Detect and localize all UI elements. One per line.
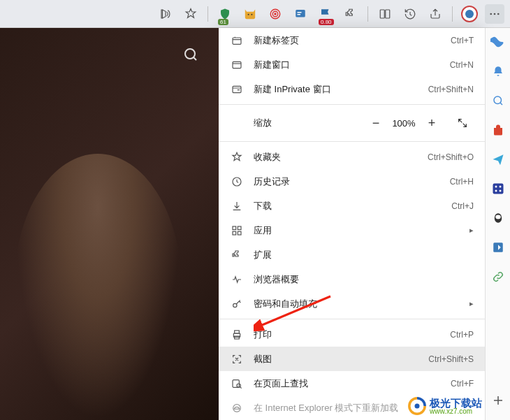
shield-badge: 61 <box>218 19 228 25</box>
menu-shortcut: Ctrl+J <box>451 201 474 211</box>
link-icon[interactable] <box>490 268 507 285</box>
profile-avatar[interactable] <box>460 4 479 24</box>
svg-point-1 <box>251 13 252 15</box>
menu-find[interactable]: 在页面上查找 Ctrl+F <box>219 371 485 396</box>
svg-point-0 <box>248 13 249 15</box>
copilot-icon[interactable] <box>490 34 507 50</box>
menu-apps[interactable]: 应用 ▸ <box>219 218 485 242</box>
menu-passwords[interactable]: 密码和自动填充 ▸ <box>219 291 485 316</box>
baidu-icon[interactable] <box>490 180 507 197</box>
menu-label: 密码和自动填充 <box>254 298 465 310</box>
zoom-value: 100% <box>390 118 418 129</box>
menu-new-inprivate[interactable]: 新建 InPrivate 窗口 Ctrl+Shift+N <box>219 77 485 101</box>
split-screen-icon[interactable] <box>375 4 395 24</box>
settings-menu: 新建标签页 Ctrl+T 新建窗口 Ctrl+N 新建 InPrivate 窗口… <box>219 28 485 420</box>
svg-point-33 <box>499 186 501 188</box>
menu-print[interactable]: 打印 Ctrl+P <box>219 322 485 347</box>
menu-label: 扩展 <box>254 249 474 261</box>
qq-icon[interactable] <box>490 210 507 226</box>
svg-rect-24 <box>235 331 240 333</box>
read-aloud-icon[interactable] <box>156 4 175 24</box>
svg-point-12 <box>497 13 500 15</box>
download-icon <box>230 199 244 213</box>
svg-point-35 <box>499 190 501 192</box>
menu-label: 新建标签页 <box>254 34 451 47</box>
menu-shortcut: Ctrl+Shift+O <box>428 152 474 162</box>
extension-flag-icon[interactable]: 0.80 <box>316 4 335 24</box>
sidebar-search-icon[interactable] <box>490 92 507 109</box>
svg-rect-14 <box>233 38 241 44</box>
menu-new-tab[interactable]: 新建标签页 Ctrl+T <box>219 28 485 52</box>
browser-toolbar: 61 0.80 <box>0 0 510 28</box>
fullscreen-button[interactable] <box>451 112 474 134</box>
menu-history[interactable]: 历史记录 Ctrl+H <box>219 169 485 194</box>
svg-point-4 <box>275 13 276 14</box>
svg-point-10 <box>490 13 492 15</box>
svg-rect-21 <box>238 231 241 235</box>
menu-label: 在页面上查找 <box>254 377 451 390</box>
svg-point-32 <box>495 186 497 188</box>
menu-ie-mode[interactable]: 在 Internet Explorer 模式下重新加载 <box>219 396 485 420</box>
menu-shortcut: Ctrl+H <box>450 177 474 187</box>
menu-label: 截图 <box>254 353 428 365</box>
menu-zoom: 缩放 − 100% + <box>219 108 485 138</box>
svg-point-22 <box>233 303 237 307</box>
extension-cat-icon[interactable] <box>240 4 260 24</box>
menu-shortcut: Ctrl+Shift+S <box>428 354 474 364</box>
svg-rect-7 <box>298 14 301 15</box>
menu-performance[interactable]: 浏览器概要 <box>219 267 485 291</box>
menu-label: 收藏夹 <box>254 151 428 164</box>
menu-shortcut: Ctrl+Shift+N <box>428 85 474 94</box>
send-icon[interactable] <box>490 151 507 168</box>
search-icon[interactable] <box>177 41 205 68</box>
divider <box>219 104 485 105</box>
menu-label: 应用 <box>254 224 465 237</box>
menu-shortcut: Ctrl+N <box>450 60 474 70</box>
zoom-in-button[interactable]: + <box>421 112 443 134</box>
divider <box>219 319 485 319</box>
menu-label: 下载 <box>254 200 451 212</box>
more-button[interactable] <box>485 4 504 24</box>
svg-rect-6 <box>298 12 302 13</box>
svg-rect-20 <box>233 231 236 235</box>
menu-new-window[interactable]: 新建窗口 Ctrl+N <box>219 52 485 77</box>
history-icon[interactable] <box>400 4 420 24</box>
menu-downloads[interactable]: 下载 Ctrl+J <box>219 194 485 218</box>
pulse-icon <box>230 273 244 287</box>
favorite-icon[interactable] <box>181 4 201 24</box>
svg-point-13 <box>185 49 195 59</box>
shopping-icon[interactable] <box>490 122 507 138</box>
extension-shield-icon[interactable]: 61 <box>215 4 235 24</box>
divider <box>207 6 208 22</box>
svg-rect-8 <box>380 10 384 18</box>
extension-note-icon[interactable] <box>291 4 310 24</box>
menu-label: 打印 <box>254 328 450 341</box>
svg-point-34 <box>495 190 497 192</box>
find-icon <box>230 377 244 391</box>
video-content <box>0 28 219 420</box>
menu-label: 浏览器概要 <box>254 273 474 286</box>
apps-icon <box>230 224 244 238</box>
extensions-icon[interactable] <box>341 4 360 24</box>
extension-target-icon[interactable] <box>265 4 285 24</box>
share-icon[interactable] <box>425 4 445 24</box>
window-icon <box>230 58 244 72</box>
screenshot-icon <box>230 352 244 366</box>
menu-screenshot[interactable]: 截图 Ctrl+Shift+S <box>219 347 485 371</box>
menu-shortcut: Ctrl+F <box>451 379 474 389</box>
menu-shortcut: Ctrl+P <box>450 330 474 340</box>
menu-favorites[interactable]: 收藏夹 Ctrl+Shift+O <box>219 145 485 169</box>
puzzle-icon <box>230 248 244 262</box>
add-icon[interactable] <box>490 392 507 409</box>
svg-rect-16 <box>233 86 241 92</box>
divider <box>452 6 453 22</box>
zoom-out-button[interactable]: − <box>365 112 387 134</box>
flag-badge: 0.80 <box>319 19 334 25</box>
menu-label: 新建 InPrivate 窗口 <box>254 83 428 96</box>
svg-rect-18 <box>233 226 236 230</box>
notification-icon[interactable] <box>490 63 507 80</box>
svg-point-37 <box>495 215 501 219</box>
tool-icon[interactable] <box>490 239 507 256</box>
svg-point-11 <box>494 13 496 15</box>
menu-extensions[interactable]: 扩展 <box>219 242 485 267</box>
